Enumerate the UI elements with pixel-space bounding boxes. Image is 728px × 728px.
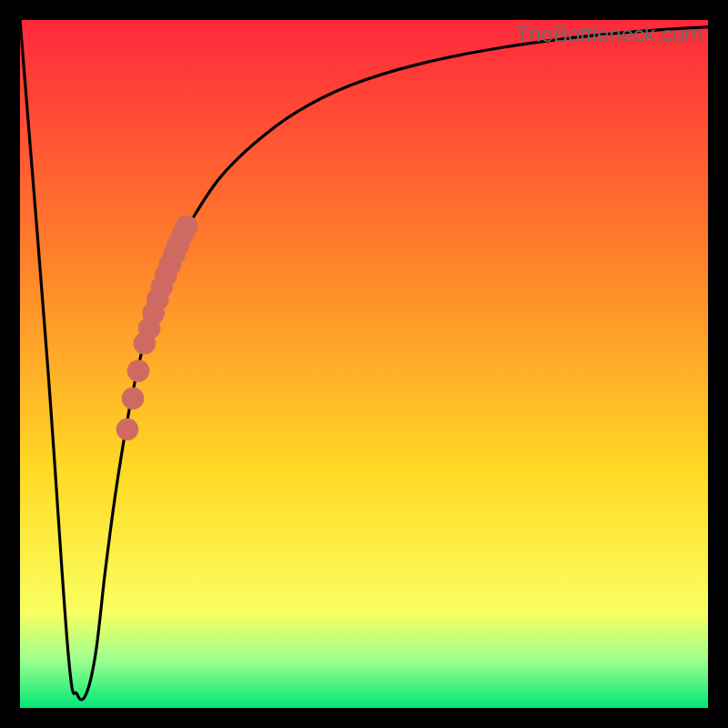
highlight-dot	[116, 419, 139, 441]
highlight-dot	[122, 388, 145, 410]
gradient-background	[20, 20, 708, 708]
highlight-dot	[127, 359, 150, 382]
chart-frame: TheBottleneck.com	[0, 0, 728, 728]
watermark-text: TheBottleneck.com	[516, 22, 703, 47]
plot-area: TheBottleneck.com	[20, 20, 708, 708]
highlight-dot	[176, 216, 198, 238]
chart-svg	[20, 20, 708, 708]
